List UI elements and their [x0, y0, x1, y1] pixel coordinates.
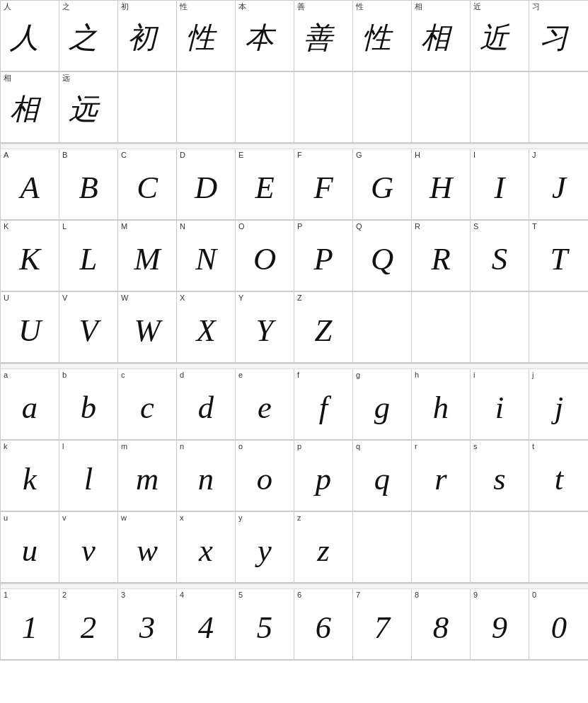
glyph-svg: 2 — [67, 604, 110, 650]
glyph-svg: q — [361, 455, 403, 501]
svg-text:6: 6 — [316, 610, 332, 645]
grid-cell: Z Z — [294, 292, 353, 363]
svg-text:l: l — [84, 461, 93, 496]
cell-label: n — [180, 443, 184, 451]
svg-text:d: d — [198, 390, 214, 425]
cell-label: I — [473, 151, 475, 159]
glyph-svg: 1 — [8, 604, 51, 650]
cell-label: N — [180, 223, 185, 231]
glyph-svg: t — [538, 455, 580, 501]
cell-label: y — [238, 514, 243, 522]
glyph-svg: v — [67, 527, 110, 573]
grid-cell — [471, 292, 529, 363]
grid-cell — [177, 72, 236, 143]
cell-label: 初 — [121, 3, 129, 11]
glyph-svg: x — [185, 527, 227, 573]
grid-cell: 远 远 — [59, 72, 118, 143]
svg-text:9: 9 — [492, 610, 507, 645]
cell-label: 2 — [62, 591, 67, 599]
glyph-svg: M — [126, 236, 168, 281]
cell-label: C — [121, 151, 127, 159]
cell-label: O — [238, 223, 245, 231]
svg-text:D: D — [194, 170, 217, 205]
cell-label: m — [121, 443, 127, 451]
section-divider — [1, 364, 588, 369]
glyph-svg: W — [126, 307, 168, 353]
cell-label: V — [62, 294, 67, 302]
svg-text:w: w — [137, 533, 158, 568]
row-lowercase-2: u u v v w w x x y y z z — [1, 512, 588, 583]
cell-label: v — [62, 514, 67, 522]
glyph-svg: z — [302, 527, 345, 573]
grid-cell: G G — [353, 149, 412, 220]
grid-cell: u u — [1, 512, 59, 583]
row-lowercase-0: a a b b c c d d e e f f g g h h i i j j — [1, 369, 588, 441]
grid-cell — [353, 292, 412, 363]
row-uppercase-2: U U V V W W X X Y Y Z Z — [1, 292, 588, 364]
grid-cell: 初 初 — [118, 1, 177, 71]
grid-cell — [471, 512, 529, 583]
cell-label: 3 — [121, 591, 125, 599]
grid-cell: a a — [1, 369, 59, 440]
cell-label: 4 — [180, 591, 184, 599]
svg-text:相: 相 — [421, 22, 453, 54]
grid-cell: O O — [236, 221, 294, 291]
grid-cell: V V — [59, 292, 118, 363]
cell-label: g — [356, 371, 360, 379]
glyph-svg: 习 — [538, 16, 580, 62]
grid-cell: w w — [118, 512, 177, 583]
cell-label: E — [238, 151, 243, 159]
cell-label: W — [121, 294, 128, 302]
cell-label: Q — [356, 223, 362, 231]
glyph-svg: y — [243, 527, 286, 573]
svg-text:O: O — [253, 241, 276, 277]
svg-text:X: X — [195, 313, 217, 348]
glyph-svg: 近 — [478, 16, 521, 62]
grid-cell: e e — [236, 369, 294, 440]
svg-text:人: 人 — [9, 22, 39, 54]
cell-label: w — [121, 514, 127, 522]
grid-cell: m m — [118, 441, 177, 511]
grid-cell: k k — [1, 441, 59, 511]
cell-label: s — [473, 443, 478, 451]
glyph-svg: 性 — [185, 16, 227, 62]
svg-text:R: R — [430, 241, 450, 277]
grid-cell — [118, 72, 177, 143]
grid-cell: v v — [59, 512, 118, 583]
cell-label: F — [297, 151, 302, 159]
grid-cell: K K — [1, 221, 59, 291]
svg-text:J: J — [552, 170, 567, 205]
row-uppercase-1: K K L L M M N N O O P P Q Q R R S S T T — [1, 221, 588, 292]
glyph-svg: C — [126, 164, 168, 210]
grid-cell: X X — [177, 292, 236, 363]
glyph-svg: p — [302, 455, 345, 501]
svg-text:2: 2 — [81, 610, 96, 645]
grid-cell: h h — [412, 369, 471, 440]
glyph-svg: J — [538, 164, 580, 210]
cell-label: 本 — [238, 3, 246, 11]
svg-text:y: y — [255, 533, 272, 568]
svg-text:初: 初 — [127, 22, 159, 54]
grid-cell: C C — [118, 149, 177, 220]
glyph-svg: i — [478, 384, 521, 430]
cell-label: D — [180, 151, 185, 159]
glyph-svg: 相 — [8, 87, 51, 133]
cell-label: k — [4, 443, 8, 451]
cell-label: o — [238, 443, 243, 451]
grid-cell: s s — [471, 441, 529, 511]
glyph-svg: m — [126, 455, 168, 501]
cell-label: 8 — [415, 591, 419, 599]
grid-cell — [353, 72, 412, 143]
grid-cell: 4 4 — [177, 589, 236, 660]
grid-cell — [529, 292, 588, 363]
glyph-svg: I — [478, 164, 521, 210]
grid-cell: I I — [471, 149, 529, 220]
glyph-svg: 5 — [243, 604, 286, 650]
svg-text:性: 性 — [186, 22, 217, 54]
cell-label: Z — [297, 294, 302, 302]
svg-text:p: p — [313, 461, 331, 496]
glyph-svg: 4 — [185, 604, 227, 650]
svg-text:v: v — [81, 533, 96, 568]
cell-label: 之 — [62, 3, 70, 11]
svg-text:e: e — [258, 390, 272, 425]
